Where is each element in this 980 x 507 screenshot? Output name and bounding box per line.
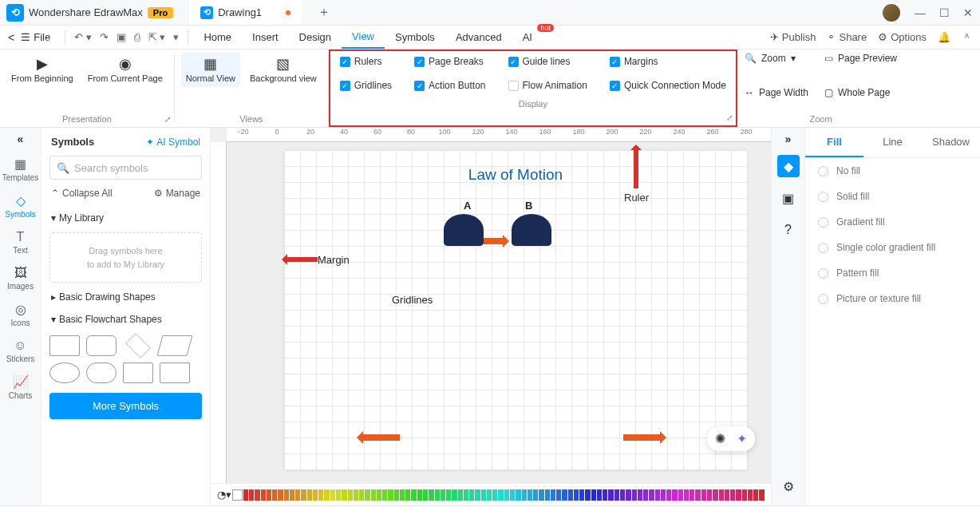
color-swatch[interactable]: [661, 489, 666, 501]
color-swatch[interactable]: [719, 489, 724, 501]
zoom-button[interactable]: 🔍Zoom▾: [745, 53, 808, 64]
page-width-button[interactable]: ↔Page Width: [745, 87, 808, 98]
search-input[interactable]: 🔍Search symbols: [49, 156, 202, 180]
collapse-ribbon-icon[interactable]: ＾: [962, 30, 972, 45]
background-view-button[interactable]: ▧ Background view: [245, 53, 322, 87]
export-icon[interactable]: ⇱ ▾: [148, 31, 166, 43]
eyedropper-icon[interactable]: ◔▾: [217, 489, 231, 501]
shape-oval[interactable]: [49, 362, 80, 383]
menu-design[interactable]: Design: [289, 26, 342, 49]
gridlines-checkbox[interactable]: ✓Gridlines: [340, 80, 392, 91]
action-button-checkbox[interactable]: ✓Action Button: [414, 80, 485, 91]
opt-solid-fill[interactable]: Solid fill: [805, 184, 980, 209]
menu-home[interactable]: Home: [193, 26, 242, 49]
page-title[interactable]: Law of Motion: [284, 166, 747, 184]
rulers-checkbox[interactable]: ✓Rulers: [340, 56, 392, 67]
from-current-button[interactable]: ◉ From Current Page: [83, 53, 168, 87]
manage-button[interactable]: ⚙ Manage: [154, 188, 200, 199]
document-tab[interactable]: ⟲ Drawing1: [189, 0, 302, 25]
tab-shadow[interactable]: Shadow: [922, 128, 980, 157]
color-swatch[interactable]: [359, 489, 364, 501]
color-swatch[interactable]: [713, 489, 717, 501]
color-swatch[interactable]: [405, 489, 410, 501]
color-swatch[interactable]: [579, 489, 584, 501]
color-swatch[interactable]: [568, 489, 573, 501]
help-icon[interactable]: ?: [777, 219, 800, 241]
minimize-button[interactable]: —: [908, 6, 932, 19]
color-swatch[interactable]: [243, 489, 248, 501]
fill-tool-icon[interactable]: ◆: [777, 155, 800, 177]
rail-images[interactable]: 🖼Images: [0, 261, 41, 295]
color-swatch[interactable]: [469, 489, 474, 501]
print-icon[interactable]: ⎙: [134, 31, 140, 43]
collapse-right-icon[interactable]: »: [785, 133, 792, 145]
color-swatch[interactable]: [672, 489, 677, 501]
menu-symbols[interactable]: Symbols: [385, 26, 445, 49]
rail-text[interactable]: TText: [0, 225, 41, 259]
color-swatch[interactable]: [394, 489, 399, 501]
color-swatch[interactable]: [528, 489, 532, 501]
rail-templates[interactable]: ▦Templates: [0, 152, 41, 187]
color-swatch[interactable]: [458, 489, 463, 501]
color-swatch[interactable]: [620, 489, 625, 501]
user-avatar[interactable]: [883, 4, 900, 22]
color-swatch[interactable]: [318, 489, 323, 501]
color-swatch[interactable]: [551, 489, 555, 501]
section-basic-flowchart[interactable]: ▾ Basic Flowchart Shapes: [41, 308, 210, 331]
color-swatch[interactable]: [626, 489, 630, 501]
more-symbols-button[interactable]: More Symbols: [49, 393, 202, 419]
color-swatch[interactable]: [400, 489, 405, 501]
chair-b[interactable]: [512, 214, 551, 246]
margins-checkbox[interactable]: ✓Margins: [610, 56, 726, 67]
color-swatch[interactable]: [614, 489, 619, 501]
section-my-library[interactable]: ▾ My Library: [41, 207, 210, 229]
back-button[interactable]: <: [8, 31, 14, 44]
shape-terminator[interactable]: [86, 362, 117, 383]
quick-connection-checkbox[interactable]: ✓Quick Connection Mode: [610, 80, 726, 91]
color-swatch[interactable]: [591, 489, 596, 501]
color-swatch[interactable]: [336, 489, 341, 501]
section-basic-drawing[interactable]: ▸ Basic Drawing Shapes: [41, 286, 210, 308]
shape-data[interactable]: [160, 362, 190, 383]
color-swatch[interactable]: [313, 489, 318, 501]
save-icon[interactable]: ▣: [117, 31, 126, 43]
color-swatch[interactable]: [759, 489, 764, 501]
maximize-button[interactable]: ☐: [932, 6, 956, 19]
menu-advanced[interactable]: Advanced: [445, 26, 512, 49]
force-arrow[interactable]: [484, 238, 506, 244]
undo-button[interactable]: ↶ ▾: [74, 31, 92, 43]
redo-button[interactable]: ↷: [100, 31, 109, 43]
color-swatch[interactable]: [295, 489, 300, 501]
page-preview-button[interactable]: ▭Page Preview: [824, 53, 897, 64]
opt-gradient-fill[interactable]: Gradient fill: [805, 209, 980, 235]
color-swatch[interactable]: [643, 489, 648, 501]
color-swatch[interactable]: [539, 489, 543, 501]
slide-tool-icon[interactable]: ▣: [777, 187, 800, 209]
color-swatch[interactable]: [324, 489, 329, 501]
shape-diamond[interactable]: [125, 333, 151, 358]
color-swatch[interactable]: [655, 489, 660, 501]
color-swatch[interactable]: [284, 489, 289, 501]
color-swatch[interactable]: [481, 489, 486, 501]
menu-insert[interactable]: Insert: [242, 26, 289, 49]
expand-icon[interactable]: ⤢: [726, 113, 733, 122]
opt-picture-fill[interactable]: Picture or texture fill: [805, 286, 980, 311]
color-swatch[interactable]: [695, 489, 700, 501]
color-swatch[interactable]: [348, 489, 353, 501]
color-swatch[interactable]: [649, 489, 654, 501]
color-swatch[interactable]: [388, 489, 393, 501]
color-swatch[interactable]: [574, 489, 579, 501]
color-swatch[interactable]: [446, 489, 451, 501]
color-swatch[interactable]: [342, 489, 346, 501]
color-swatch[interactable]: [533, 489, 538, 501]
canvas[interactable]: Law of Motion A B Margin Gridlines Ruler…: [227, 142, 771, 483]
menu-view[interactable]: View: [342, 26, 385, 49]
close-button[interactable]: ✕: [956, 6, 980, 19]
color-swatch[interactable]: [608, 489, 613, 501]
color-swatch[interactable]: [423, 489, 428, 501]
rail-stickers[interactable]: ☺Stickers: [0, 334, 41, 368]
color-swatch[interactable]: [701, 489, 706, 501]
color-swatch[interactable]: [742, 489, 747, 501]
color-swatch[interactable]: [753, 489, 758, 501]
color-swatch[interactable]: [441, 489, 445, 501]
